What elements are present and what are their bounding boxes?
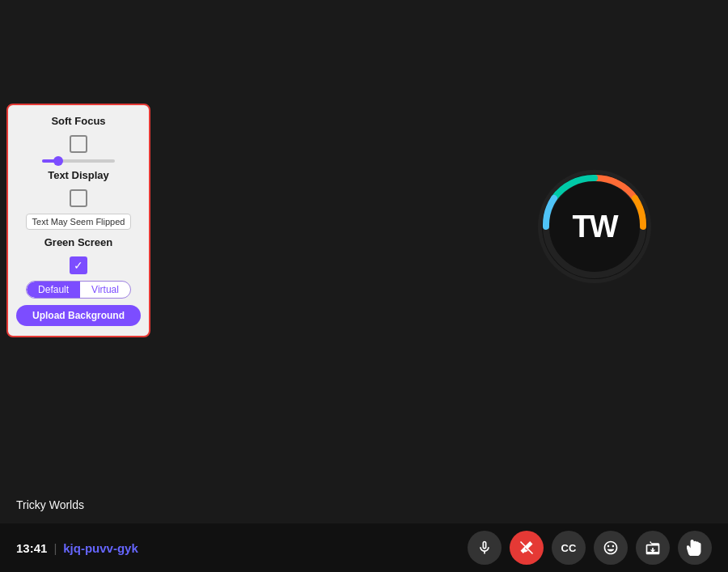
soft-focus-title: Soft Focus bbox=[51, 115, 105, 127]
video-off-button[interactable] bbox=[510, 531, 544, 565]
green-screen-checkbox-container[interactable]: ✓ bbox=[70, 256, 87, 274]
emoji-button[interactable] bbox=[594, 531, 628, 565]
soft-focus-checkbox[interactable] bbox=[70, 135, 87, 153]
background-toggle-group: Default Virtual bbox=[26, 281, 131, 299]
mic-button[interactable] bbox=[468, 531, 502, 565]
text-display-tooltip: Text May Seem Flipped bbox=[26, 214, 132, 230]
green-screen-title: Green Screen bbox=[44, 236, 113, 248]
bottom-time: 13:41 bbox=[16, 541, 47, 555]
bottom-separator: | bbox=[53, 541, 57, 555]
bottom-bar: 13:41 | kjq-puvv-gyk CC bbox=[0, 523, 728, 572]
meeting-code: kjq-puvv-gyk bbox=[63, 541, 138, 555]
hand-icon bbox=[687, 540, 703, 556]
channel-name: Tricky Worlds bbox=[16, 498, 84, 511]
share-button[interactable] bbox=[636, 531, 670, 565]
text-display-title: Text Display bbox=[48, 169, 109, 181]
slider-track[interactable] bbox=[42, 159, 115, 163]
mic-icon bbox=[476, 540, 493, 556]
text-display-checkbox-container[interactable] bbox=[70, 189, 87, 207]
share-icon bbox=[645, 540, 661, 556]
virtual-toggle-button[interactable]: Virtual bbox=[80, 282, 130, 298]
bottom-controls: CC bbox=[468, 531, 712, 565]
tw-logo: TW bbox=[538, 170, 651, 283]
emoji-icon bbox=[603, 540, 619, 556]
cc-button[interactable]: CC bbox=[552, 531, 586, 565]
slider-thumb[interactable] bbox=[53, 156, 63, 166]
tw-logo-text: TW bbox=[572, 210, 616, 244]
soft-focus-checkbox-container[interactable] bbox=[70, 135, 87, 153]
soft-focus-slider-container[interactable] bbox=[16, 159, 141, 163]
video-off-icon bbox=[518, 540, 535, 556]
default-toggle-button[interactable]: Default bbox=[27, 282, 80, 298]
cc-icon: CC bbox=[561, 542, 577, 554]
tw-logo-inner: TW bbox=[542, 174, 647, 279]
green-screen-checkbox[interactable]: ✓ bbox=[70, 256, 87, 274]
text-display-checkbox[interactable] bbox=[70, 189, 87, 207]
raise-hand-button[interactable] bbox=[678, 531, 712, 565]
upload-background-button[interactable]: Upload Background bbox=[16, 305, 141, 326]
settings-panel: Soft Focus Text Display Text May Seem Fl… bbox=[6, 104, 150, 337]
